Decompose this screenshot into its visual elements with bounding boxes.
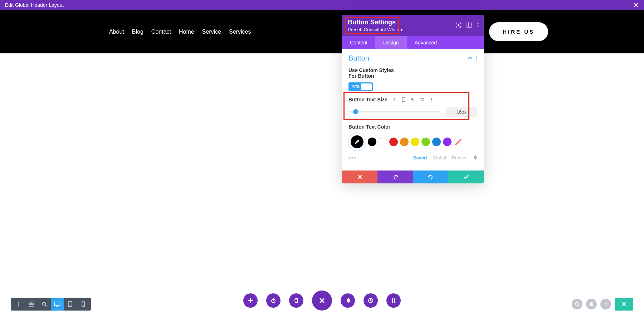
svg-rect-19 (32, 302, 34, 304)
view-toolbar (11, 298, 91, 311)
svg-line-22 (45, 305, 47, 306)
collapse-icon[interactable] (468, 57, 472, 60)
toggle-knob (361, 83, 372, 90)
color-tab-global[interactable]: Global (433, 155, 446, 160)
top-bar-title: Edit Global Header Layout (5, 2, 64, 8)
panel-footer (342, 170, 484, 183)
redo-button[interactable] (413, 170, 448, 183)
color-settings-icon[interactable] (472, 155, 477, 160)
custom-styles-toggle[interactable]: YES (348, 82, 373, 91)
swatch-white[interactable] (379, 138, 387, 146)
nav-link-home[interactable]: Home (179, 29, 194, 35)
history-button[interactable] (364, 293, 378, 308)
tab-content[interactable]: Content (342, 36, 375, 49)
panel-title: Button Settings (348, 19, 403, 26)
text-size-value[interactable]: 16px (446, 107, 477, 117)
swatch-orange[interactable] (400, 138, 409, 146)
wireframe-icon[interactable] (25, 298, 38, 311)
search-button[interactable] (572, 299, 582, 309)
panel-header: Button Settings Preset: Consultant White… (342, 15, 484, 36)
settings-panel: Button Settings Preset: Consultant White… (342, 15, 484, 183)
tablet-view-icon[interactable] (64, 298, 77, 311)
add-button[interactable] (243, 293, 258, 308)
help-button[interactable]: ? (600, 299, 611, 309)
svg-rect-1 (467, 23, 471, 27)
swatch-purple[interactable] (443, 138, 452, 146)
more-icon[interactable] (477, 23, 479, 28)
svg-rect-18 (29, 302, 31, 304)
tab-design[interactable]: Design (375, 36, 407, 49)
svg-point-16 (18, 304, 19, 305)
tab-advanced[interactable]: Advanced (407, 36, 445, 49)
color-tab-recent[interactable]: Recent (452, 155, 467, 160)
swatch-black[interactable] (368, 138, 376, 146)
text-size-label: Button Text Size (348, 97, 387, 102)
nav-link-service[interactable]: Service (202, 29, 221, 35)
svg-point-26 (70, 306, 70, 306)
svg-line-35 (578, 305, 579, 306)
save-button[interactable] (615, 298, 633, 311)
swatch-yellow[interactable] (411, 138, 419, 146)
hire-us-button[interactable]: HIRE US (489, 22, 548, 41)
focus-icon[interactable] (456, 23, 461, 28)
svg-point-5 (478, 27, 479, 28)
discard-button[interactable] (342, 170, 377, 183)
layers-button[interactable] (586, 299, 597, 309)
desktop-view-icon[interactable] (51, 298, 64, 311)
toolbar-more-icon[interactable] (12, 298, 25, 311)
slider-thumb[interactable] (353, 109, 358, 114)
panel-header-icons (456, 23, 479, 28)
svg-point-17 (18, 306, 19, 307)
bottom-dock (243, 290, 401, 311)
svg-point-7 (476, 58, 477, 59)
swatch-blue[interactable] (432, 138, 441, 146)
nav-link-services[interactable]: Services (229, 29, 251, 35)
svg-point-34 (575, 302, 578, 305)
hover-icon[interactable] (410, 97, 415, 102)
svg-point-4 (478, 25, 479, 26)
settings-button[interactable] (341, 293, 355, 308)
section-title[interactable]: Button (348, 54, 369, 62)
svg-point-21 (43, 302, 45, 305)
nav-link-about[interactable]: About (109, 29, 124, 35)
text-size-slider[interactable] (348, 111, 439, 112)
site-header: About Blog Contact Home Service Services… (0, 10, 644, 53)
power-button[interactable] (266, 293, 280, 308)
section-header: Button (348, 54, 477, 62)
svg-point-28 (83, 306, 83, 306)
sidebar-toggle-icon[interactable] (467, 23, 472, 28)
more-swatches-icon[interactable]: ••• (348, 155, 357, 161)
swatch-green[interactable] (421, 138, 430, 146)
panel-body: Button Use Custom Styles For Button YES … (342, 49, 484, 170)
confirm-button[interactable] (448, 170, 484, 183)
undo-button[interactable] (377, 170, 413, 183)
svg-point-3 (478, 23, 479, 24)
sort-button[interactable] (386, 293, 401, 308)
mobile-view-icon[interactable] (77, 298, 89, 311)
mobile-icon[interactable] (401, 97, 406, 102)
panel-tabs: Content Design Advanced (342, 36, 484, 49)
swatch-none[interactable] (454, 138, 462, 146)
field-more-icon[interactable] (429, 97, 434, 102)
reset-icon[interactable] (420, 97, 425, 102)
svg-point-11 (403, 101, 404, 101)
svg-point-15 (18, 302, 19, 303)
svg-point-12 (431, 98, 432, 99)
delete-button[interactable] (289, 293, 303, 308)
close-dock-button[interactable] (312, 290, 332, 311)
section-more-icon[interactable] (476, 56, 477, 61)
color-tab-saved[interactable]: Saved (413, 155, 427, 160)
close-icon[interactable] (633, 2, 639, 8)
svg-rect-20 (29, 304, 34, 306)
toggle-yes-label: YES (349, 85, 360, 89)
color-picker-button[interactable] (348, 133, 366, 150)
panel-preset[interactable]: Preset: Consultant White ▾ (348, 27, 403, 32)
svg-point-14 (431, 101, 432, 102)
help-icon[interactable]: ? (392, 97, 397, 102)
svg-point-8 (476, 59, 477, 61)
custom-styles-label: Use Custom Styles For Button (348, 67, 402, 79)
swatch-red[interactable] (389, 138, 398, 146)
zoom-icon[interactable] (38, 298, 51, 311)
nav-link-contact[interactable]: Contact (151, 29, 171, 35)
nav-link-blog[interactable]: Blog (132, 29, 143, 35)
